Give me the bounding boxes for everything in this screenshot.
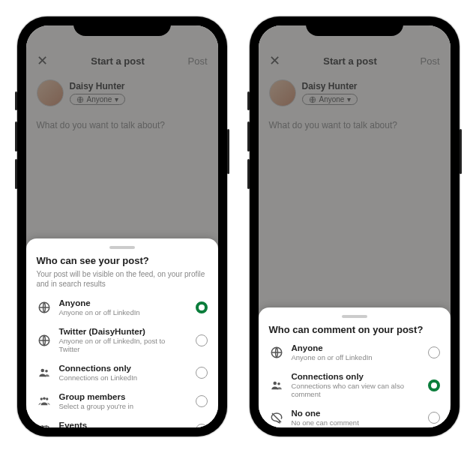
svg-point-5 <box>40 398 42 400</box>
option-anyone[interactable]: Anyone Anyone on or off LinkedIn <box>37 293 208 322</box>
people-icon <box>269 378 284 393</box>
radio[interactable] <box>196 424 208 428</box>
svg-point-12 <box>277 382 280 385</box>
sheet-grabber[interactable] <box>342 315 367 318</box>
svg-point-7 <box>46 398 48 400</box>
svg-point-6 <box>43 397 46 400</box>
option-twitter[interactable]: Twitter (DaisyHunter) Anyone on or off L… <box>37 322 208 358</box>
visibility-sheet: Who can see your post? Your post will be… <box>26 238 218 428</box>
sheet-grabber[interactable] <box>109 246 135 249</box>
option-label: No one <box>292 409 421 418</box>
globe-icon <box>37 300 52 315</box>
option-desc: Connections who can view can also commen… <box>292 382 421 398</box>
option-noone[interactable]: No one No one can comment <box>269 404 440 428</box>
option-desc: Anyone on or off LinkedIn <box>59 308 188 316</box>
svg-point-4 <box>45 370 48 373</box>
comments-sheet: Who can comment on your post? Anyone Any… <box>259 308 451 428</box>
radio-selected[interactable] <box>428 380 440 392</box>
radio-selected[interactable] <box>196 302 208 314</box>
option-events[interactable]: Events Select an event <box>37 416 208 428</box>
radio[interactable] <box>196 367 208 379</box>
phone-frame-right: ✕ Start a post Post Daisy Hunter Anyone … <box>250 16 460 436</box>
globe-icon <box>269 345 284 360</box>
option-connections[interactable]: Connections only Connections on LinkedIn <box>37 358 208 387</box>
radio[interactable] <box>196 334 208 346</box>
radio[interactable] <box>428 412 440 424</box>
option-label: Events <box>59 421 188 428</box>
option-desc: Anyone on or off LinkedIn, post to Twitt… <box>59 337 188 353</box>
option-desc: Connections on LinkedIn <box>59 374 188 382</box>
option-group[interactable]: Group members Select a group you're in <box>37 387 208 416</box>
option-anyone[interactable]: Anyone Anyone on or off LinkedIn <box>269 338 440 367</box>
option-label: Connections only <box>292 372 421 381</box>
screen-left: ✕ Start a post Post Daisy Hunter Anyone … <box>26 26 218 428</box>
sheet-subtitle: Your post will be visible on the feed, o… <box>37 269 208 289</box>
screen-right: ✕ Start a post Post Daisy Hunter Anyone … <box>259 26 451 428</box>
option-label: Twitter (DaisyHunter) <box>59 327 188 336</box>
svg-point-11 <box>273 381 277 385</box>
svg-rect-8 <box>40 426 49 428</box>
option-connections[interactable]: Connections only Connections who can vie… <box>269 367 440 404</box>
notch <box>306 16 403 36</box>
option-label: Anyone <box>59 298 188 308</box>
sheet-title: Who can comment on your post? <box>269 324 440 335</box>
calendar-icon <box>37 422 52 428</box>
svg-point-3 <box>40 369 44 373</box>
radio[interactable] <box>428 346 440 358</box>
option-label: Connections only <box>59 364 188 373</box>
option-label: Group members <box>59 392 188 401</box>
sheet-title: Who can see your post? <box>37 255 208 266</box>
option-desc: Select a group you're in <box>59 402 188 410</box>
people-icon <box>37 365 52 380</box>
option-label: Anyone <box>292 344 421 352</box>
globe-icon <box>37 333 52 348</box>
notch <box>73 16 171 36</box>
phone-frame-left: ✕ Start a post Post Daisy Hunter Anyone … <box>17 16 227 436</box>
radio[interactable] <box>196 395 208 407</box>
mute-comment-icon <box>269 410 284 425</box>
option-desc: Anyone on or off LinkedIn <box>292 353 421 362</box>
option-desc: No one can comment <box>292 418 421 427</box>
group-icon <box>37 394 52 409</box>
